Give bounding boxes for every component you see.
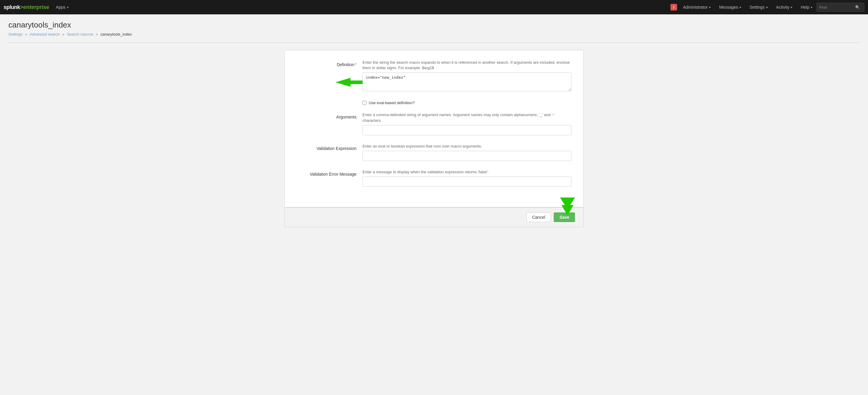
breadcrumb-advanced-search[interactable]: Advanced search <box>30 32 60 36</box>
definition-label: Definition* <box>297 60 363 67</box>
breadcrumb-current: canarytools_index <box>100 32 132 36</box>
logo-gt: > <box>20 4 23 10</box>
validation-error-hint: Enter a message to display when the vali… <box>363 169 571 175</box>
svg-marker-0 <box>336 78 363 87</box>
definition-input-wrapper: index="new_index" <box>363 72 571 92</box>
nav-settings[interactable]: Settings ▾ <box>745 0 772 14</box>
nav-help[interactable]: Help ▾ <box>797 0 816 14</box>
logo-enterprise-text: enterprise <box>23 4 50 10</box>
messages-caret-icon: ▾ <box>740 6 741 9</box>
validation-expression-hint: Enter an eval or boolean expression that… <box>363 144 571 149</box>
arguments-input[interactable] <box>363 125 571 135</box>
definition-row: Definition* Enter the string the search … <box>297 60 571 92</box>
nav-messages[interactable]: Messages ▾ <box>715 0 745 14</box>
validation-expression-input[interactable] <box>363 151 571 161</box>
help-caret-icon: ▾ <box>811 6 812 9</box>
page-content: canarytools_index Settings » Advanced se… <box>0 14 868 235</box>
navbar: splunk>enterprise Apps ▾ ! Administrator… <box>0 0 868 14</box>
validation-expression-label: Validation Expression <box>297 144 363 151</box>
arguments-hint: Enter a comma-delimited string of argume… <box>363 112 571 123</box>
nav-administrator[interactable]: Administrator ▾ <box>679 0 715 14</box>
breadcrumb: Settings » Advanced search » Search macr… <box>8 32 860 36</box>
save-button[interactable]: Save <box>554 212 575 222</box>
breadcrumb-sep-3: » <box>96 32 98 36</box>
breadcrumb-search-macros[interactable]: Search macros <box>67 32 93 36</box>
required-indicator: * <box>355 62 356 67</box>
logo-splunk-text: splunk <box>4 4 20 10</box>
form-card: Definition* Enter the string the search … <box>284 50 584 207</box>
logo[interactable]: splunk>enterprise <box>4 4 50 10</box>
nav-activity[interactable]: Activity ▾ <box>772 0 797 14</box>
form-footer: Cancel Save <box>284 207 584 227</box>
eval-checkbox-row: Use eval-based definition? <box>297 101 571 105</box>
validation-expression-field: Enter an eval or boolean expression that… <box>363 144 571 161</box>
cancel-button[interactable]: Cancel <box>526 212 551 222</box>
definition-hint: Enter the string the search macro expand… <box>363 60 571 71</box>
validation-error-row: Validation Error Message Enter a message… <box>297 169 571 187</box>
nav-apps[interactable]: Apps ▾ <box>52 0 73 14</box>
definition-textarea[interactable]: index="new_index" <box>363 72 571 91</box>
arguments-field: Enter a comma-delimited string of argume… <box>363 112 571 135</box>
validation-error-input[interactable] <box>363 176 571 187</box>
breadcrumb-sep-2: » <box>62 32 64 36</box>
definition-arrow-icon <box>336 76 363 88</box>
divider <box>8 42 860 43</box>
validation-expression-row: Validation Expression Enter an eval or b… <box>297 144 571 161</box>
definition-field: Enter the string the search macro expand… <box>363 60 571 92</box>
administrator-caret-icon: ▾ <box>709 6 711 9</box>
arguments-label: Arguments <box>297 112 363 120</box>
save-button-wrapper: Save <box>554 212 575 222</box>
apps-caret-icon: ▾ <box>67 6 68 9</box>
breadcrumb-sep-1: » <box>25 32 27 36</box>
nav-alert-icon[interactable]: ! <box>671 4 677 10</box>
breadcrumb-settings[interactable]: Settings <box>8 32 23 36</box>
validation-error-field: Enter a message to display when the vali… <box>363 169 571 187</box>
nav-search-box[interactable]: 🔍 <box>816 3 864 12</box>
eval-checkbox[interactable] <box>363 101 366 105</box>
activity-caret-icon: ▾ <box>791 6 792 9</box>
eval-checkbox-label: Use eval-based definition? <box>369 101 414 105</box>
validation-error-label: Validation Error Message <box>297 169 363 176</box>
search-icon: 🔍 <box>855 5 860 9</box>
search-input[interactable] <box>819 5 855 9</box>
page-title: canarytools_index <box>8 20 860 30</box>
arguments-row: Arguments Enter a comma-delimited string… <box>297 112 571 135</box>
settings-caret-icon: ▾ <box>766 6 768 9</box>
